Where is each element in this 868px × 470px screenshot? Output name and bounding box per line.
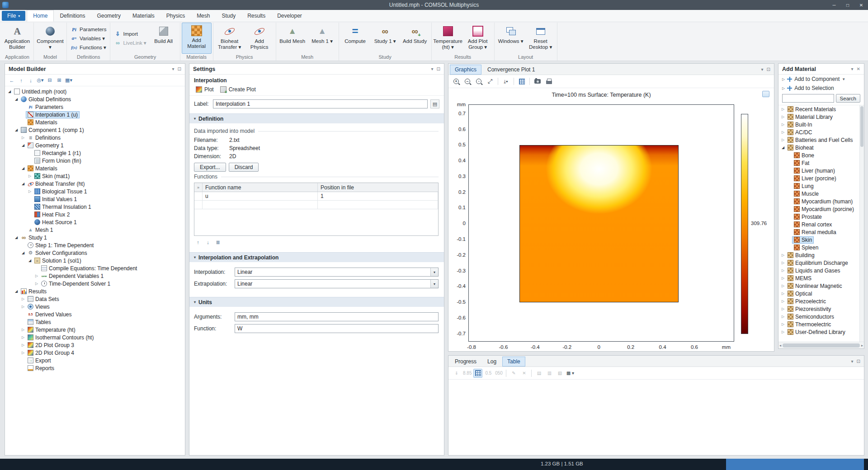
material-item[interactable]: Prostate: [778, 213, 864, 221]
file-menu-button[interactable]: File ▾: [2, 11, 25, 21]
material-item[interactable]: ▷Nonlinear Magnetic: [778, 282, 864, 290]
extrapolation-select[interactable]: Linear ▼: [235, 279, 439, 288]
material-item[interactable]: Fat: [778, 159, 864, 167]
functions-table[interactable]: » Function name Position in file u1: [194, 183, 439, 236]
parameters-button[interactable]: Parameters: [69, 25, 108, 33]
move-down-icon[interactable]: ↓: [27, 76, 35, 85]
tree-item[interactable]: ▷2D Plot Group 4: [5, 349, 185, 357]
menu-tab-materials[interactable]: Materials: [127, 10, 160, 22]
variables-button[interactable]: Variables ▾: [69, 34, 108, 42]
horizontal-scrollbar[interactable]: ◂ ▸: [778, 342, 864, 348]
interpolation-select[interactable]: Linear ▼: [235, 268, 439, 277]
menu-tab-study[interactable]: Study: [216, 10, 241, 22]
material-search-input[interactable]: [782, 94, 834, 103]
expand-arrow-icon[interactable]: ▷: [20, 136, 26, 140]
tree-item[interactable]: ◢Global Definitions: [5, 95, 185, 103]
reset-desktop-button[interactable]: Reset Desktop ▾: [526, 23, 556, 54]
move-up-icon[interactable]: ↑: [17, 76, 25, 85]
scroll-right-icon[interactable]: ▸: [861, 343, 863, 348]
expand-arrow-icon[interactable]: ▷: [34, 274, 39, 278]
expand-arrow-icon[interactable]: ▷: [780, 330, 786, 334]
minimize-button[interactable]: ─: [827, 0, 841, 10]
expand-arrow-icon[interactable]: ▷: [780, 291, 786, 296]
scrollbar-thumb[interactable]: [783, 343, 860, 348]
collapse-all-icon[interactable]: ⊟: [46, 76, 54, 85]
expand-arrow-icon[interactable]: ▷: [780, 315, 786, 319]
expand-arrow-icon[interactable]: ◢: [14, 235, 19, 240]
expand-arrow-icon[interactable]: ▷: [780, 122, 786, 127]
expand-arrow-icon[interactable]: ◢: [14, 289, 19, 293]
panel-float-icon[interactable]: ⊡: [857, 359, 860, 364]
menu-tab-results[interactable]: Results: [241, 10, 271, 22]
tree-item[interactable]: ▷Definitions: [5, 134, 185, 141]
material-item[interactable]: ▷Building: [778, 251, 864, 259]
label-options-button[interactable]: ▤: [430, 99, 439, 108]
expand-arrow-icon[interactable]: ▷: [780, 107, 786, 111]
function-table-row[interactable]: [194, 201, 438, 209]
tree-item[interactable]: Initial Values 1: [5, 195, 185, 203]
export-button[interactable]: Export...: [194, 163, 226, 172]
expand-arrow-icon[interactable]: ◢: [14, 97, 19, 101]
tree-item[interactable]: ◢Study 1: [5, 234, 185, 241]
bioheat-transfer-button[interactable]: Bioheat Transfer ▾: [215, 23, 245, 54]
expand-arrow-icon[interactable]: ▷: [780, 130, 786, 134]
expand-arrow-icon[interactable]: ▷: [780, 307, 786, 311]
image-snapshot-icon[interactable]: [533, 76, 542, 86]
tree-item[interactable]: ◢Results: [5, 287, 185, 295]
print-icon[interactable]: [544, 76, 554, 86]
panel-close-icon[interactable]: ✕: [857, 66, 860, 71]
definition-section-header[interactable]: ▾ Definition: [189, 113, 444, 123]
tree-options-icon[interactable]: ▦▾: [65, 76, 73, 85]
material-item[interactable]: ▷Material Library: [778, 113, 864, 121]
menu-tab-physics[interactable]: Physics: [160, 10, 191, 22]
zoom-out-icon[interactable]: −: [462, 76, 472, 86]
tree-item[interactable]: ▷Isothermal Contours (ht): [5, 334, 185, 341]
tree-item[interactable]: Parameters: [5, 103, 185, 111]
panel-menu-icon[interactable]: ▾: [431, 66, 434, 71]
material-item[interactable]: ▷AC/DC: [778, 128, 864, 136]
add-to-selection-button[interactable]: ▷ Add to Selection: [778, 84, 864, 93]
tree-item[interactable]: ▷Temperature (ht): [5, 326, 185, 334]
tab-graphics[interactable]: Graphics: [450, 65, 481, 75]
create-plot-button[interactable]: Create Plot: [217, 85, 259, 94]
material-item[interactable]: Lung: [778, 182, 864, 190]
menu-tab-geometry[interactable]: Geometry: [91, 10, 127, 22]
expand-arrow-icon[interactable]: ▷: [780, 261, 786, 265]
add-plot-group-button[interactable]: Add Plot Group ▾: [463, 23, 493, 54]
material-item[interactable]: ▷Equilibrium Discharge: [778, 259, 864, 267]
expand-arrow-icon[interactable]: ▷: [20, 351, 26, 355]
panel-menu-icon[interactable]: ▾: [172, 66, 175, 71]
expand-arrow-icon[interactable]: ◢: [20, 182, 26, 186]
material-item[interactable]: ▷Batteries and Fuel Cells: [778, 136, 864, 144]
tab-progress[interactable]: Progress: [450, 357, 481, 367]
component-button[interactable]: Component ▾: [35, 23, 65, 54]
tree-item[interactable]: ▷2D Plot Group 3: [5, 341, 185, 349]
tree-item[interactable]: ◢Materials: [5, 164, 185, 172]
application-builder-button[interactable]: Application Builder: [2, 23, 32, 54]
panel-menu-icon[interactable]: ▾: [851, 359, 854, 364]
expand-arrow-icon[interactable]: ◢: [780, 146, 786, 150]
plot-button[interactable]: Plot: [193, 85, 217, 94]
back-icon[interactable]: ←: [8, 76, 16, 85]
tab-convergence-plot-1[interactable]: Convergence Plot 1: [482, 65, 540, 75]
scroll-left-icon[interactable]: ◂: [779, 343, 781, 348]
material-search-button[interactable]: Search: [836, 94, 860, 103]
material-item[interactable]: ▷Built-In: [778, 121, 864, 128]
expand-arrow-icon[interactable]: ▷: [780, 322, 786, 326]
tree-item[interactable]: Thermal Insulation 1: [5, 203, 185, 211]
tree-item[interactable]: ▷Biological Tissue 1: [5, 188, 185, 195]
discard-button[interactable]: Discard: [229, 163, 259, 172]
table-options-button[interactable]: ≣: [214, 238, 222, 246]
units-section-header[interactable]: ▾ Units: [189, 297, 444, 307]
expand-arrow-icon[interactable]: ▷: [20, 297, 26, 301]
tab-log[interactable]: Log: [482, 357, 501, 367]
tree-item[interactable]: Mesh 1: [5, 226, 185, 234]
expand-arrow-icon[interactable]: ▷: [780, 299, 786, 303]
menu-tab-definitions[interactable]: Definitions: [54, 10, 91, 22]
expand-arrow-icon[interactable]: ◢: [14, 128, 19, 132]
tree-item[interactable]: Rectangle 1 (r1): [5, 149, 185, 157]
tree-item[interactable]: ◢Untitled.mph (root): [5, 88, 185, 95]
move-down-button[interactable]: ↓: [204, 238, 212, 246]
add-physics-button[interactable]: Add Physics: [245, 23, 274, 54]
tree-item[interactable]: Compile Equations: Time Dependent: [5, 264, 185, 272]
